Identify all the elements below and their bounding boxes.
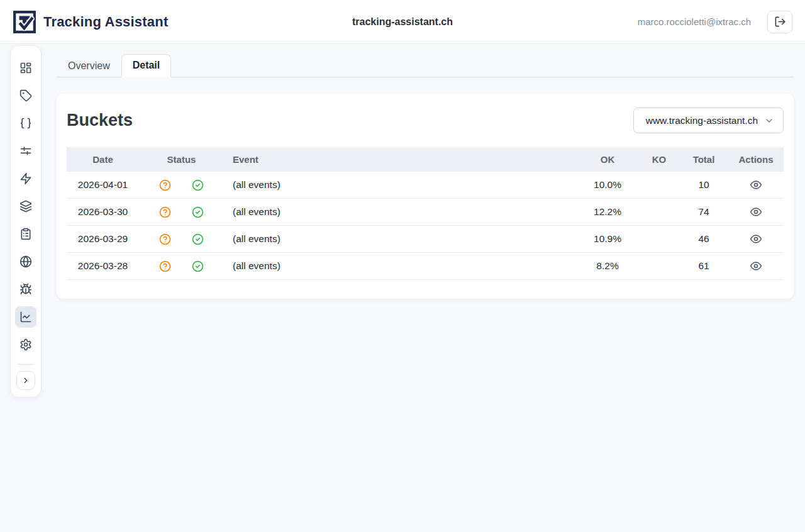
app-logo-icon	[13, 10, 36, 34]
column-header-date: Date	[67, 147, 139, 172]
help-circle-icon	[159, 260, 171, 272]
table-row: 2026-03-28 (all events) 8.2% 61	[67, 253, 784, 280]
sidebar-divider	[18, 364, 34, 365]
bucket-date: 2026-03-29	[67, 226, 139, 253]
sidebar-expand-button[interactable]	[16, 371, 35, 390]
bucket-total: 46	[679, 226, 728, 253]
help-circle-icon	[159, 233, 171, 245]
sliders-icon	[19, 145, 32, 157]
table-header-row: DateStatusEventOKKOTotalActions	[67, 147, 784, 172]
tab-detail[interactable]: Detail	[121, 54, 172, 77]
eye-icon	[750, 260, 762, 272]
site-selector-dropdown[interactable]: www.tracking-assistant.ch	[633, 108, 784, 133]
sidebar-item-bug[interactable]	[15, 279, 36, 300]
sidebar-nav	[10, 45, 42, 397]
zap-icon	[19, 172, 32, 185]
eye-icon	[750, 233, 762, 245]
column-header-event: Event	[224, 147, 576, 172]
column-header-ko: KO	[639, 147, 679, 172]
bucket-date: 2026-04-01	[67, 172, 139, 199]
sidebar-item-dashboard[interactable]	[15, 57, 36, 79]
bucket-status	[139, 226, 224, 253]
sidebar-item-tag[interactable]	[15, 85, 36, 106]
bucket-event: (all events)	[224, 253, 576, 280]
help-circle-icon	[159, 206, 171, 218]
sidebar-item-line-chart[interactable]	[15, 306, 36, 328]
clipboard-list-icon	[19, 228, 32, 240]
help-circle-icon	[159, 179, 171, 191]
bucket-ok: 10.9%	[576, 226, 639, 253]
dashboard-icon	[19, 62, 32, 74]
eye-icon	[750, 206, 762, 218]
sidebar-item-sliders[interactable]	[15, 140, 36, 162]
view-bucket-button[interactable]	[748, 177, 763, 192]
check-circle-icon	[192, 179, 204, 191]
bucket-status	[139, 172, 224, 199]
main-content: OverviewDetail Buckets www.tracking-assi…	[57, 54, 794, 299]
column-header-status: Status	[139, 147, 224, 172]
sidebar-item-globe[interactable]	[15, 251, 36, 272]
column-header-ok: OK	[576, 147, 639, 172]
braces-icon	[19, 117, 32, 130]
bucket-event: (all events)	[224, 172, 576, 199]
bucket-status	[139, 199, 224, 226]
view-bucket-button[interactable]	[748, 204, 763, 219]
table-row: 2026-03-30 (all events) 12.2% 74	[67, 199, 784, 226]
bucket-ok: 10.0%	[576, 172, 639, 199]
line-chart-icon	[19, 311, 32, 323]
user-email: marco.roccioletti@ixtrac.ch	[638, 16, 751, 27]
layers-icon	[19, 200, 32, 213]
app-title: Tracking Assistant	[43, 14, 168, 30]
sidebar-item-zap[interactable]	[15, 168, 36, 189]
view-bucket-button[interactable]	[748, 231, 763, 247]
column-header-total: Total	[679, 147, 728, 172]
table-row: 2026-03-29 (all events) 10.9% 46	[67, 226, 784, 253]
bucket-actions	[728, 199, 784, 226]
bucket-total: 74	[679, 199, 728, 226]
bug-icon	[19, 283, 32, 296]
sidebar-item-layers[interactable]	[15, 196, 36, 217]
bucket-date: 2026-03-28	[67, 253, 139, 280]
page-title: Buckets	[67, 111, 133, 130]
bucket-ko	[639, 172, 679, 199]
chevron-right-icon	[21, 376, 30, 385]
check-circle-icon	[192, 206, 204, 218]
chevron-down-icon	[764, 116, 774, 126]
check-circle-icon	[192, 233, 204, 245]
tag-icon	[19, 89, 32, 102]
tab-bar: OverviewDetail	[57, 54, 794, 77]
top-header: Tracking Assistant tracking-assistant.ch…	[0, 0, 805, 44]
log-out-icon	[774, 16, 786, 28]
tab-overview[interactable]: Overview	[57, 54, 121, 77]
gear-icon	[19, 338, 32, 351]
check-circle-icon	[192, 260, 204, 272]
sidebar-items	[15, 57, 36, 362]
bucket-ko	[639, 199, 679, 226]
brand: Tracking Assistant	[13, 10, 168, 34]
bucket-date: 2026-03-30	[67, 199, 139, 226]
buckets-table: DateStatusEventOKKOTotalActions 2026-04-…	[67, 147, 784, 280]
bucket-event: (all events)	[224, 199, 576, 226]
card-header: Buckets www.tracking-assistant.ch	[67, 104, 784, 147]
bucket-status	[139, 253, 224, 280]
bucket-actions	[728, 253, 784, 280]
table-row: 2026-04-01 (all events) 10.0% 10	[67, 172, 784, 199]
logout-button[interactable]	[767, 11, 792, 33]
sidebar-item-braces[interactable]	[15, 113, 36, 134]
view-bucket-button[interactable]	[748, 258, 763, 274]
sidebar-item-gear[interactable]	[15, 334, 36, 355]
bucket-actions	[728, 172, 784, 199]
bucket-actions	[728, 226, 784, 253]
bucket-total: 61	[679, 253, 728, 280]
column-header-actions: Actions	[728, 147, 784, 172]
bucket-ok: 12.2%	[576, 199, 639, 226]
current-domain-label: tracking-assistant.ch	[352, 16, 453, 28]
buckets-card: Buckets www.tracking-assistant.ch DateSt…	[57, 94, 794, 299]
header-right: marco.roccioletti@ixtrac.ch	[638, 11, 792, 33]
sidebar-item-clipboard-list[interactable]	[15, 223, 36, 245]
bucket-ko	[639, 226, 679, 253]
site-selector-value: www.tracking-assistant.ch	[646, 115, 758, 126]
bucket-ok: 8.2%	[576, 253, 639, 280]
globe-icon	[19, 255, 32, 268]
bucket-ko	[639, 253, 679, 280]
